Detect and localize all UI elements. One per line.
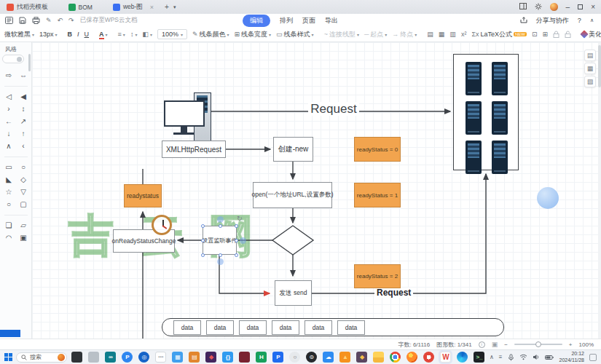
superscript-icon[interactable]: x² <box>461 31 467 38</box>
menu-item[interactable]: 页面 <box>302 16 315 25</box>
line-style-button[interactable]: ▭线条样式▾ <box>276 30 314 39</box>
format-painter-icon[interactable]: ✎ <box>46 17 52 24</box>
xmlhttprequest-node[interactable]: XMLHttpRequest <box>162 141 226 158</box>
redo-icon[interactable]: ↷ <box>68 17 74 24</box>
shape-item[interactable]: ⇔ <box>20 71 27 80</box>
chat-app-icon[interactable]: ⋯ <box>154 351 168 364</box>
flame-app-icon[interactable]: ▲ <box>339 351 352 364</box>
shape-item[interactable]: ◀ <box>20 92 26 101</box>
edge-icon[interactable] <box>456 351 469 364</box>
layout-mode-icon[interactable] <box>519 3 527 11</box>
data-box[interactable]: data <box>337 320 365 335</box>
listener-to-send-connector[interactable] <box>219 255 270 293</box>
data-box[interactable]: data <box>173 320 201 335</box>
latex-formula-button[interactable]: ΣxLaTeX公式NEW <box>471 30 527 39</box>
shape-item[interactable]: ↕ <box>22 105 25 114</box>
input-method-icon[interactable]: ≡ <box>499 354 503 360</box>
line-spacing-button[interactable]: ↕▾ <box>130 31 138 38</box>
shape-item[interactable]: ∧ <box>6 142 11 151</box>
p-app-icon[interactable]: P <box>121 351 134 364</box>
fit-screen-icon[interactable]: ▣ <box>492 341 498 348</box>
shape-item-blue-rect[interactable] <box>0 330 20 337</box>
chrome-beta-icon[interactable] <box>423 351 436 364</box>
decision-diamond[interactable] <box>272 226 313 255</box>
h-app-icon[interactable]: H <box>255 351 268 364</box>
align-button[interactable]: ≡▾ <box>118 31 125 38</box>
data-box[interactable]: data <box>272 320 299 335</box>
clock-icon[interactable] <box>152 215 172 235</box>
grid-view-icon[interactable]: ▦ <box>439 31 445 38</box>
style-panel-icon[interactable]: ▦ <box>584 63 596 74</box>
shape-item[interactable]: ◣ <box>6 175 12 184</box>
shape-item[interactable]: ◇ <box>20 175 26 184</box>
table-icon[interactable]: ▤ <box>427 31 433 38</box>
shape-item[interactable]: ↓ <box>7 130 11 138</box>
connection-dot-right[interactable] <box>240 237 246 244</box>
resize-handle-n[interactable] <box>219 224 222 228</box>
shape-item[interactable]: ☆ <box>6 188 12 197</box>
zoom-slider[interactable] <box>514 344 562 345</box>
wps-icon[interactable]: W <box>439 351 452 364</box>
minimize-button[interactable]: – <box>566 3 570 11</box>
font-color-button[interactable]: A▾ <box>99 31 108 38</box>
zoom-out-button[interactable]: − <box>504 341 508 348</box>
rotate-handle-icon[interactable]: ↻ <box>237 215 243 222</box>
resize-handle-nw[interactable] <box>201 224 205 228</box>
undo-icon[interactable]: ↶ <box>58 17 63 24</box>
data-box[interactable]: data <box>206 320 234 335</box>
shape-item[interactable]: › <box>7 105 9 114</box>
computer-monitor-icon[interactable] <box>164 100 205 127</box>
share-collaborate-button[interactable]: 分享与协作 <box>536 16 569 25</box>
beautify-button[interactable]: 美化 <box>581 30 601 39</box>
resize-handle-se[interactable] <box>235 253 238 257</box>
underline-button[interactable]: U <box>85 31 90 38</box>
shape-item[interactable] <box>4 157 28 157</box>
darkred-app-icon[interactable] <box>238 351 251 364</box>
volume-icon[interactable] <box>533 354 540 360</box>
connection-dot-top[interactable] <box>217 216 224 223</box>
readystatus-2-node[interactable]: readyStatus = 2 <box>354 264 401 288</box>
shape-item[interactable]: ◠ <box>6 234 12 242</box>
shape-item[interactable]: ‹ <box>22 142 24 151</box>
resize-handle-sw[interactable] <box>201 253 205 257</box>
purple-dev-app-icon[interactable]: ◆ <box>205 351 218 364</box>
italic-button[interactable]: I <box>77 31 79 38</box>
shape-item[interactable]: ← <box>5 117 12 126</box>
file-menu-icon[interactable] <box>5 17 13 24</box>
document-tab[interactable]: web-图 × <box>106 0 160 14</box>
listener-node-selected[interactable]: 设置监听事件 ↻ <box>203 226 237 255</box>
user-avatar[interactable] <box>550 3 558 11</box>
tray-expand-icon[interactable]: ∧ <box>490 354 494 360</box>
data-box[interactable]: data <box>305 320 332 335</box>
shape-item[interactable] <box>4 215 28 215</box>
shape-item[interactable]: ▽ <box>20 188 26 197</box>
dark-round-app-icon[interactable]: ⊙ <box>305 351 318 364</box>
shape-item[interactable] <box>4 86 28 87</box>
zoom-in-button[interactable]: + <box>569 341 573 348</box>
menu-item[interactable]: 排列 <box>280 16 293 25</box>
font-family-select[interactable]: 微软雅黑▾ <box>4 30 34 39</box>
shape-item[interactable]: ▣ <box>20 234 26 242</box>
line-color-button[interactable]: ✎线条颜色▾ <box>192 30 229 39</box>
zoom-slider-thumb[interactable] <box>535 341 541 347</box>
resize-handle-ne[interactable] <box>235 224 238 228</box>
readystatus-1-node[interactable]: readyStatus = 1 <box>354 183 401 207</box>
new-tab-button[interactable]: + <box>165 3 169 11</box>
widgets-app-icon[interactable]: ▦ <box>171 351 184 364</box>
firefox-icon[interactable] <box>406 351 419 364</box>
pycharm-icon[interactable]: P <box>272 351 285 364</box>
bold-button[interactable]: B <box>68 31 73 38</box>
document-tab[interactable]: 找稻壳模板 <box>0 0 62 14</box>
outline-panel-icon[interactable]: ▧ <box>584 76 596 87</box>
office-app-icon[interactable]: ▤ <box>188 351 201 364</box>
shape-item[interactable]: ○ <box>7 200 11 209</box>
shape-search-input[interactable] <box>2 55 24 63</box>
canvas-vertical-scrollbar[interactable] <box>598 42 601 339</box>
menu-item[interactable]: 导出 <box>325 16 338 25</box>
shape-item[interactable]: ❏ <box>6 221 12 230</box>
palette-app-icon[interactable]: ◆ <box>356 351 369 364</box>
line-width-button[interactable]: ⊞线条宽度▾ <box>235 30 272 39</box>
gray-round-app-icon[interactable]: ○ <box>288 351 302 364</box>
rows-icon[interactable]: ▥ <box>449 31 456 38</box>
snipping-app-icon[interactable] <box>71 351 84 364</box>
